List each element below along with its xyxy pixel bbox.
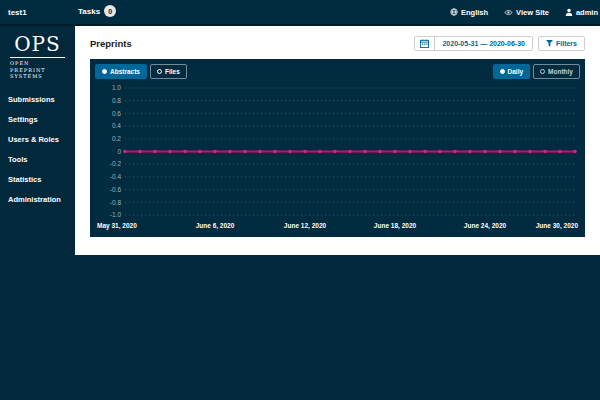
tab-abstracts-label: Abstracts — [110, 68, 140, 75]
sidebar-nav: Submissions Settings Users & Roles Tools… — [0, 90, 75, 210]
tasks-label: Tasks — [78, 7, 100, 16]
svg-text:1.0: 1.0 — [112, 84, 121, 91]
svg-text:May 31, 2020: May 31, 2020 — [97, 222, 137, 230]
view-site-label: View Site — [516, 8, 549, 17]
tab-files[interactable]: Files — [150, 64, 187, 79]
calendar-icon — [420, 39, 429, 48]
tasks-button[interactable]: Tasks 0 — [78, 5, 116, 17]
svg-text:0.8: 0.8 — [112, 97, 121, 104]
svg-text:June 30, 2020: June 30, 2020 — [536, 222, 579, 230]
sidebar-item-tools[interactable]: Tools — [0, 150, 75, 170]
svg-text:0: 0 — [117, 148, 121, 155]
user-icon — [565, 8, 573, 16]
radio-dot-icon — [157, 69, 162, 74]
eye-icon — [504, 9, 513, 16]
language-label: English — [461, 8, 488, 17]
svg-text:-0.4: -0.4 — [110, 173, 122, 180]
filters-label: Filters — [556, 40, 577, 47]
chart-card-header: Abstracts Files Daily Monthly — [95, 64, 580, 79]
tab-abstracts[interactable]: Abstracts — [95, 64, 147, 79]
ops-logo: OPS OPEN PREPRINT SYSTEMS — [10, 32, 65, 80]
svg-text:-0.8: -0.8 — [110, 199, 122, 206]
main-panel: Preprints 2020-05-31 — 2020-06-30 — [75, 26, 600, 255]
sidebar-item-settings[interactable]: Settings — [0, 110, 75, 130]
preprints-chart-card: Abstracts Files Daily Monthly 1.00.80.60… — [90, 59, 585, 237]
user-label: admin — [576, 8, 598, 17]
globe-icon — [450, 8, 458, 16]
topbar: test1 Tasks 0 English View Site adm — [0, 0, 600, 26]
date-range-button[interactable]: 2020-05-31 — 2020-06-30 — [435, 37, 532, 50]
svg-text:-0.2: -0.2 — [110, 160, 122, 167]
preprints-chart: 1.00.80.60.40.20-0.2-0.4-0.6-0.8-1.0May … — [95, 82, 580, 232]
tab-files-label: Files — [165, 68, 180, 75]
sidebar-item-administration[interactable]: Administration — [0, 190, 75, 210]
filters-button[interactable]: Filters — [538, 36, 585, 51]
panel-header: Preprints 2020-05-31 — 2020-06-30 — [75, 26, 600, 59]
context-title: test1 — [8, 8, 27, 17]
language-menu[interactable]: English — [450, 8, 488, 17]
calendar-button[interactable] — [415, 37, 435, 50]
radio-dot-icon — [540, 69, 545, 74]
date-range-group: 2020-05-31 — 2020-06-30 — [414, 36, 533, 51]
svg-text:June 18, 2020: June 18, 2020 — [374, 222, 417, 230]
granularity-toggle: Daily Monthly — [493, 64, 580, 79]
sidebar: OPS OPEN PREPRINT SYSTEMS Submissions Se… — [0, 26, 75, 400]
sidebar-item-statistics[interactable]: Statistics — [0, 170, 75, 190]
tasks-count-badge: 0 — [104, 5, 116, 17]
view-site-link[interactable]: View Site — [504, 8, 549, 17]
filter-funnel-icon — [546, 40, 553, 47]
ops-logo-subtitle: OPEN PREPRINT SYSTEMS — [10, 60, 65, 80]
svg-text:-1.0: -1.0 — [110, 211, 122, 218]
granularity-daily[interactable]: Daily — [493, 64, 531, 79]
header-controls: 2020-05-31 — 2020-06-30 Filters — [414, 36, 585, 51]
svg-text:0.4: 0.4 — [112, 122, 121, 129]
ops-logo-acronym: OPS — [10, 32, 65, 58]
topbar-right: English View Site admin — [450, 0, 600, 24]
granularity-monthly[interactable]: Monthly — [533, 64, 580, 79]
user-menu[interactable]: admin — [565, 8, 598, 17]
svg-text:0.2: 0.2 — [112, 135, 121, 142]
svg-text:June 6, 2020: June 6, 2020 — [196, 222, 235, 230]
granularity-daily-label: Daily — [508, 68, 524, 75]
granularity-monthly-label: Monthly — [548, 68, 573, 75]
metric-tabs: Abstracts Files — [95, 64, 187, 79]
radio-dot-icon — [102, 69, 107, 74]
page-title: Preprints — [90, 38, 132, 49]
svg-text:June 24, 2020: June 24, 2020 — [464, 222, 507, 230]
sidebar-item-submissions[interactable]: Submissions — [0, 90, 75, 110]
svg-text:-0.6: -0.6 — [110, 186, 122, 193]
sidebar-item-users-roles[interactable]: Users & Roles — [0, 130, 75, 150]
radio-dot-icon — [500, 69, 505, 74]
svg-text:June 12, 2020: June 12, 2020 — [284, 222, 327, 230]
svg-text:0.6: 0.6 — [112, 110, 121, 117]
